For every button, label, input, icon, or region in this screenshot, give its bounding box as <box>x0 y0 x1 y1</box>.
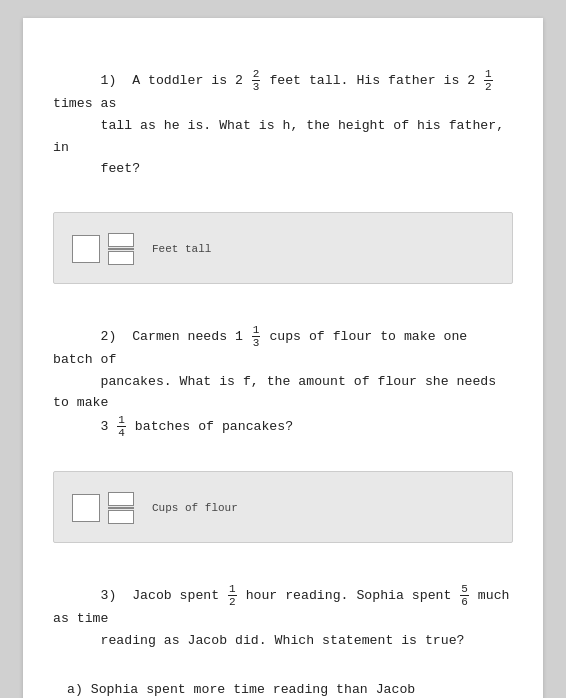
q1-fraction-input <box>108 233 134 265</box>
q1-input-group: Feet tall <box>72 233 211 265</box>
q1-whole-input[interactable] <box>72 235 100 263</box>
q2-denominator-input[interactable] <box>108 510 134 524</box>
q2-numerator-input[interactable] <box>108 492 134 506</box>
q2-frac2: 14 <box>117 414 126 439</box>
q2-text2: batches of pancakes? <box>127 419 293 434</box>
q1-frac2: 12 <box>484 68 493 93</box>
q2-num: 2) Carmen needs 1 <box>100 329 250 344</box>
q2-fraction-input <box>108 492 134 524</box>
q3-text1: hour reading. Sophia spent <box>238 588 460 603</box>
q1-text1: feet tall. His father is 2 <box>261 73 483 88</box>
q1-text2: times as tall as he is. What is h, the h… <box>53 73 512 176</box>
question-1-text: 1) A toddler is 2 23 feet tall. His fath… <box>53 46 513 202</box>
q1-num: 1) A toddler is 2 <box>100 73 250 88</box>
option-a-letter: a) Sophia spent more time reading than J… <box>67 682 415 697</box>
q2-whole-input[interactable] <box>72 494 100 522</box>
question-2: 2) Carmen needs 1 13 cups of flour to ma… <box>53 302 513 543</box>
q1-numerator-input[interactable] <box>108 233 134 247</box>
q1-unit-label: Feet tall <box>152 243 211 255</box>
q2-frac-line <box>108 507 134 509</box>
q3-options: a) Sophia spent more time reading than J… <box>67 679 513 698</box>
q3-frac2: 56 <box>460 583 469 608</box>
q2-unit-label: Cups of flour <box>152 502 238 514</box>
q1-frac-line <box>108 248 134 250</box>
q2-input-group: Cups of flour <box>72 492 238 524</box>
option-a: a) Sophia spent more time reading than J… <box>67 679 513 698</box>
q1-answer-box: Feet tall <box>53 212 513 284</box>
q1-frac1: 23 <box>252 68 261 93</box>
q1-denominator-input[interactable] <box>108 251 134 265</box>
q3-num: 3) Jacob spent <box>100 588 227 603</box>
question-2-text: 2) Carmen needs 1 13 cups of flour to ma… <box>53 302 513 461</box>
q3-frac1: 12 <box>228 583 237 608</box>
q2-frac1: 13 <box>252 324 261 349</box>
q2-answer-box: Cups of flour <box>53 471 513 543</box>
question-1: 1) A toddler is 2 23 feet tall. His fath… <box>53 46 513 284</box>
question-3-text: 3) Jacob spent 12 hour reading. Sophia s… <box>53 561 513 673</box>
worksheet-page: 1) A toddler is 2 23 feet tall. His fath… <box>23 18 543 698</box>
question-3: 3) Jacob spent 12 hour reading. Sophia s… <box>53 561 513 698</box>
